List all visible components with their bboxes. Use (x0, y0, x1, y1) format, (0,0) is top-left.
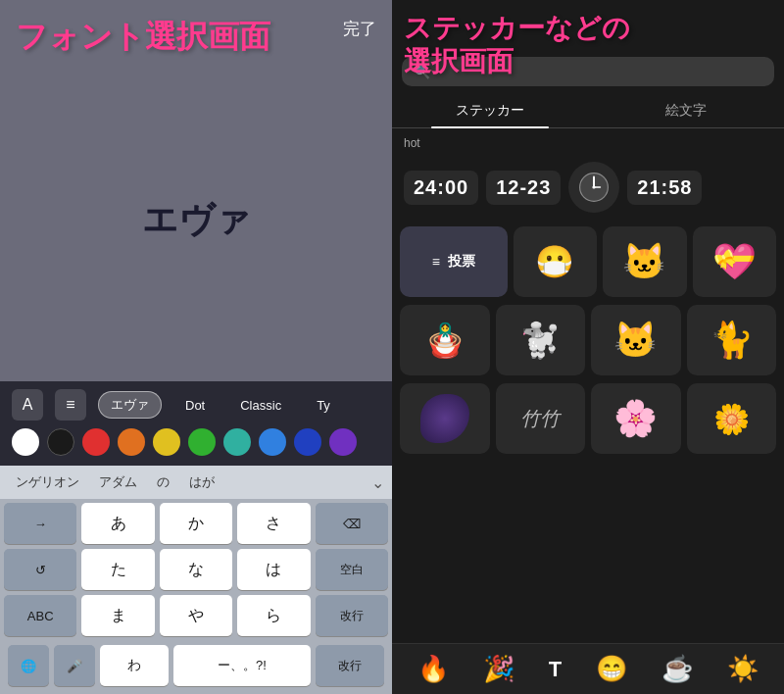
key-row-3: ABC ま や ら 改行 (4, 595, 388, 636)
color-blue[interactable] (259, 428, 286, 456)
sticker-row-1: ≡ 投票 😷 🐱 💝 (400, 226, 776, 297)
color-row (12, 428, 380, 456)
sticker-yellow-cat[interactable]: 🐱 (591, 305, 681, 375)
toolbar-area: A ≡ エヴァ Dot Classic Ty (0, 381, 392, 466)
font-ty[interactable]: Ty (305, 394, 342, 417)
text-style-icon[interactable]: A (12, 389, 43, 421)
key-undo[interactable]: ↺ (4, 549, 76, 590)
key-ta[interactable]: た (81, 549, 154, 590)
clock-row: 24:00 12-23 21:58 (400, 158, 776, 217)
key-ka[interactable]: か (160, 503, 232, 544)
key-row-1: → あ か さ ⌫ (4, 503, 388, 544)
key-a[interactable]: あ (81, 503, 154, 544)
emoji-fire[interactable]: 🔥 (417, 654, 449, 684)
key-delete[interactable]: ⌫ (316, 503, 388, 544)
emoji-text-t[interactable]: T (549, 657, 562, 682)
key-row-4: 🌐 🎤 わ ー、。?! 改行 (4, 641, 388, 690)
sticker-blob-purple[interactable] (400, 383, 490, 454)
sticker-row-3: 竹竹 🌸 🌼 (400, 383, 776, 454)
key-return[interactable]: 改行 (316, 595, 388, 636)
right-overlay-title: ステッカーなどの選択画面 (404, 12, 630, 77)
key-kaigyou[interactable]: 改行 (316, 645, 384, 686)
section-hot-label: hot (392, 128, 784, 154)
sticker-flower-small[interactable]: 🌼 (687, 383, 777, 454)
key-space[interactable]: 空白 (316, 549, 388, 590)
sticker-orange-cat[interactable]: 🐈 (687, 305, 777, 375)
color-orange[interactable] (118, 428, 145, 456)
sticker-cherry[interactable]: 🌸 (591, 383, 681, 454)
keys-section: → あ か さ ⌫ ↺ た な は 空白 ABC ま や ら 改行 🌐 (0, 499, 392, 694)
key-abc[interactable]: ABC (4, 595, 76, 636)
clock-2400[interactable]: 24:00 (404, 171, 478, 205)
key-wa[interactable]: わ (100, 645, 169, 686)
font-classic[interactable]: Classic (228, 394, 293, 417)
sticker-heart[interactable]: 💝 (693, 226, 777, 297)
color-purple[interactable] (329, 428, 357, 456)
key-ya[interactable]: や (160, 595, 232, 636)
emoji-sun[interactable]: ☀️ (727, 654, 759, 684)
emoji-bar: 🔥 🎉 T 😁 ☕ ☀️ (392, 643, 784, 694)
clock-2158[interactable]: 21:58 (627, 171, 702, 205)
color-green[interactable] (188, 428, 216, 456)
sticker-vote[interactable]: ≡ 投票 (400, 226, 508, 297)
keyboard-area: ンゲリオン アダム の はが ⌄ → あ か さ ⌫ ↺ た な は 空白 AB… (0, 466, 392, 694)
clock-1223[interactable]: 12-23 (486, 171, 561, 205)
key-punct[interactable]: ー、。?! (173, 645, 311, 686)
sticker-content: 24:00 12-23 21:58 ≡ 投票 😷 (392, 154, 784, 643)
emoji-party[interactable]: 🎉 (483, 654, 514, 684)
tab-emoji[interactable]: 絵文字 (588, 94, 784, 127)
key-ha[interactable]: は (237, 549, 310, 590)
sticker-poodle[interactable]: 🐩 (496, 305, 586, 375)
align-icon[interactable]: ≡ (55, 389, 86, 421)
suggestion-2[interactable]: アダム (91, 471, 145, 493)
emoji-grin[interactable]: 😁 (596, 654, 627, 684)
text-preview-area: エヴァ (0, 0, 392, 381)
color-yellow[interactable] (153, 428, 180, 456)
color-white[interactable] (12, 428, 39, 456)
tabs-row: ステッカー 絵文字 (392, 94, 784, 128)
left-panel: フォント選択画面 完了 エヴァ A ≡ エヴァ Dot Classic Ty (0, 0, 392, 694)
svg-point-3 (593, 185, 596, 188)
sticker-mask[interactable]: 😷 (514, 226, 598, 297)
key-ma[interactable]: ま (81, 595, 154, 636)
sticker-row-2: 🪆 🐩 🐱 🐈 (400, 305, 776, 375)
right-panel: ステッカーなどの選択画面 🔍 ステッカー 絵文字 hot 24:00 12-23… (392, 0, 784, 694)
toolbar-row1: A ≡ エヴァ Dot Classic Ty (12, 389, 380, 421)
suggestions-chevron[interactable]: ⌄ (371, 473, 384, 492)
suggestion-4[interactable]: はが (181, 471, 222, 493)
emoji-coffee[interactable]: ☕ (662, 654, 693, 684)
key-na[interactable]: な (160, 549, 232, 590)
font-dot[interactable]: Dot (173, 394, 217, 417)
key-ra[interactable]: ら (237, 595, 310, 636)
sticker-cat[interactable]: 🐱 (603, 226, 687, 297)
key-row-2: ↺ た な は 空白 (4, 549, 388, 590)
tab-sticker[interactable]: ステッカー (392, 94, 588, 127)
sticker-dog-dance[interactable]: 🪆 (400, 305, 490, 375)
color-dark-blue[interactable] (294, 428, 321, 456)
clock-circle[interactable] (568, 162, 619, 213)
color-red[interactable] (82, 428, 110, 456)
sticker-text-style[interactable]: 竹竹 (496, 383, 586, 454)
key-sa[interactable]: さ (237, 503, 310, 544)
key-globe[interactable]: 🌐 (8, 645, 49, 686)
key-mic[interactable]: 🎤 (54, 645, 95, 686)
color-teal[interactable] (223, 428, 251, 456)
suggestions-row: ンゲリオン アダム の はが ⌄ (0, 466, 392, 499)
color-black[interactable] (47, 428, 74, 456)
font-eva[interactable]: エヴァ (98, 391, 162, 419)
suggestion-3[interactable]: の (149, 471, 177, 493)
left-overlay-title: フォント選択画面 (16, 18, 270, 55)
done-button[interactable]: 完了 (343, 18, 376, 40)
preview-text: エヴァ (142, 196, 251, 244)
key-arrow[interactable]: → (4, 503, 76, 544)
suggestion-1[interactable]: ンゲリオン (8, 471, 87, 493)
